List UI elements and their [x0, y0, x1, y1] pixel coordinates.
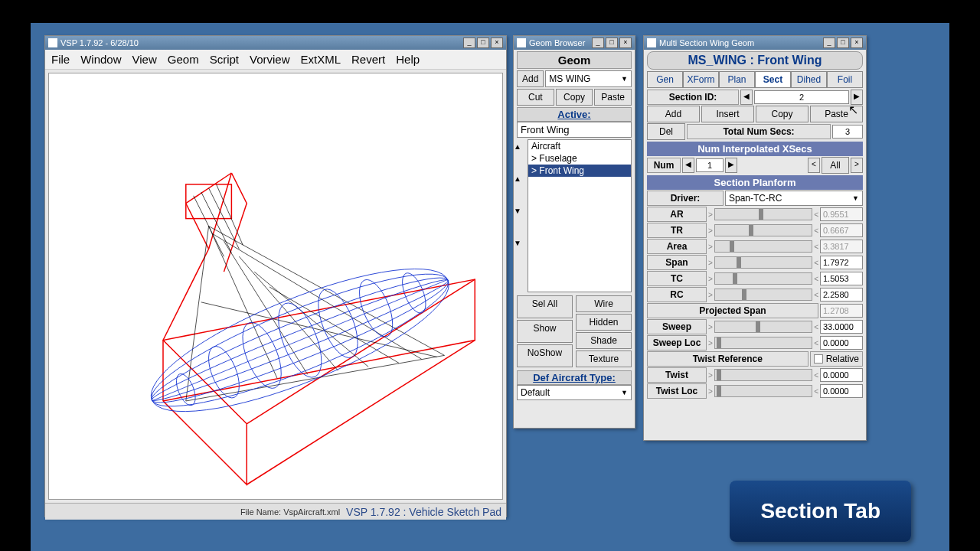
noshow-button[interactable]: NoShow — [517, 344, 573, 367]
tree-up2-icon[interactable]: ▲ — [514, 174, 523, 184]
menu-file[interactable]: File — [51, 53, 70, 66]
sweeploc-value[interactable]: 0.0000 — [820, 336, 863, 350]
wire-button[interactable]: Wire — [576, 295, 632, 312]
add-button[interactable]: Add — [517, 70, 544, 87]
twist-label: Twist — [647, 367, 707, 383]
sweeploc-label: Sweep Loc — [647, 335, 707, 350]
tree-item[interactable]: Aircraft — [528, 140, 631, 152]
copy-button[interactable]: Copy — [556, 89, 593, 106]
tab-plan[interactable]: Plan — [719, 71, 755, 88]
twistloc-label: Twist Loc — [647, 383, 707, 399]
sweeploc-slider[interactable] — [714, 337, 812, 349]
svg-line-13 — [217, 184, 243, 245]
menu-extxml[interactable]: ExtXML — [301, 53, 341, 66]
proj-span-label: Projected Span — [647, 303, 818, 318]
gb-titlebar: Geom Browser _ □ × — [514, 36, 635, 50]
tree-down2-icon[interactable]: ▼ — [514, 239, 523, 248]
viewport-3d[interactable] — [48, 73, 503, 500]
twistloc-slider[interactable] — [714, 385, 812, 397]
param-slider[interactable] — [714, 272, 812, 285]
def-aircraft-label: Def Aircraft Type: — [517, 370, 632, 385]
geom-type-select[interactable]: MS WING — [545, 70, 632, 87]
section-id-label: Section ID: — [647, 90, 739, 105]
menu-revert[interactable]: Revert — [351, 53, 385, 66]
sect-add-button[interactable]: Add — [647, 106, 700, 122]
def-aircraft-select[interactable]: Default — [517, 385, 632, 400]
section-prev-button[interactable]: ◀ — [740, 90, 753, 105]
sect-del-button[interactable]: Del — [647, 123, 685, 140]
minimize-icon[interactable]: _ — [592, 37, 604, 48]
menu-vorview[interactable]: Vorview — [250, 53, 290, 66]
tree-item[interactable]: > Fuselage — [528, 152, 631, 165]
selall-button[interactable]: Sel All — [517, 295, 573, 318]
svg-rect-2 — [186, 184, 232, 219]
cut-button[interactable]: Cut — [517, 89, 554, 106]
param-value[interactable]: 2.2580 — [820, 288, 863, 302]
tab-sect[interactable]: Sect — [755, 71, 791, 88]
sect-insert-button[interactable]: Insert — [701, 106, 754, 122]
menu-help[interactable]: Help — [396, 53, 420, 66]
section-next-button[interactable]: ▶ — [851, 90, 863, 105]
ms-tabs: GenXFormPlanSectDihedFoil — [647, 71, 863, 88]
num-prev-button[interactable]: ◀ — [682, 158, 694, 173]
num-value[interactable]: 1 — [696, 158, 724, 172]
show-button[interactable]: Show — [517, 320, 573, 343]
menu-script[interactable]: Script — [210, 53, 239, 66]
minimize-icon[interactable]: _ — [463, 37, 475, 48]
param-value[interactable]: 1.7972 — [820, 256, 863, 269]
sweep-value[interactable]: 33.0000 — [820, 320, 863, 334]
param-slider[interactable] — [714, 256, 812, 269]
gt-button[interactable]: > — [851, 158, 863, 173]
tab-foil[interactable]: Foil — [827, 71, 863, 88]
geom-browser-window: Geom Browser _ □ × Geom Add MS WING Cut … — [513, 35, 635, 429]
tree-down-icon[interactable]: ▼ — [514, 207, 523, 216]
twistref-label: Twist Reference — [647, 351, 808, 367]
shade-button[interactable]: Shade — [576, 332, 632, 349]
paste-button[interactable]: Paste — [594, 89, 632, 106]
app-label: VSP 1.7.92 : Vehicle Sketch Pad — [346, 506, 501, 518]
total-secs-label: Total Num Secs: — [687, 124, 831, 139]
num-next-button[interactable]: ▶ — [725, 158, 737, 173]
svg-point-23 — [310, 284, 366, 363]
num-label: Num — [647, 158, 681, 173]
sweep-slider[interactable] — [714, 321, 812, 333]
close-icon[interactable]: × — [491, 37, 503, 48]
menu-geom[interactable]: Geom — [168, 53, 199, 66]
tree-item[interactable]: > Front Wing — [528, 165, 631, 177]
app-icon — [48, 38, 57, 47]
texture-button[interactable]: Texture — [576, 350, 632, 367]
param-slider[interactable] — [714, 289, 812, 301]
lt-button[interactable]: < — [808, 158, 820, 173]
driver-select[interactable]: Span-TC-RC — [725, 191, 863, 206]
tab-xform[interactable]: XForm — [683, 71, 719, 88]
tab-dihed[interactable]: Dihed — [791, 71, 827, 88]
section-id-value[interactable]: 2 — [754, 90, 849, 104]
all-button[interactable]: All — [822, 157, 849, 174]
wireframe-svg — [49, 73, 502, 499]
maximize-icon[interactable]: □ — [477, 37, 489, 48]
twist-slider[interactable] — [714, 369, 812, 381]
menu-window[interactable]: Window — [80, 53, 121, 66]
geom-tree[interactable]: Aircraft> Fuselage> Front Wing — [528, 139, 632, 292]
tab-gen[interactable]: Gen — [647, 71, 683, 88]
driver-label: Driver: — [647, 191, 724, 206]
relative-checkbox[interactable]: Relative — [810, 351, 863, 367]
param-label: Area — [647, 239, 707, 254]
sect-paste-button[interactable]: Paste — [810, 106, 863, 122]
param-value[interactable]: 1.5053 — [820, 272, 863, 285]
menu-view[interactable]: View — [132, 53, 157, 66]
twistloc-value[interactable]: 0.0000 — [820, 384, 863, 398]
param-label: AR — [647, 207, 707, 222]
close-icon[interactable]: × — [851, 37, 863, 48]
tree-up-icon[interactable]: ▲ — [514, 142, 523, 152]
sect-copy-button[interactable]: Copy — [756, 106, 808, 122]
maximize-icon[interactable]: □ — [606, 37, 618, 48]
maximize-icon[interactable]: □ — [837, 37, 849, 48]
interp-header: Num Interpolated XSecs — [647, 142, 863, 156]
twist-value[interactable]: 0.0000 — [820, 368, 863, 382]
minimize-icon[interactable]: _ — [823, 37, 835, 48]
close-icon[interactable]: × — [619, 37, 632, 48]
hidden-button[interactable]: Hidden — [576, 314, 632, 331]
main-window: VSP 1.7.92 - 6/28/10 _ □ × File Window V… — [44, 35, 507, 517]
app-icon — [517, 38, 526, 47]
